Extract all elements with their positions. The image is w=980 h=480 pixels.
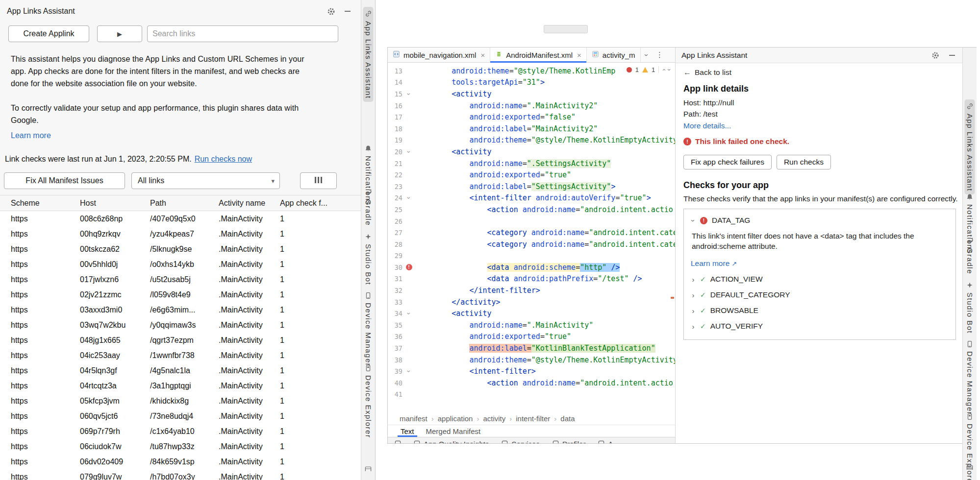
table-row[interactable]: https00tskcza62/5lknugk9se.MainActivity1 [0, 241, 361, 257]
table-row[interactable]: https04r5lqn3gf/4g5nalc1la.MainActivity1 [0, 363, 361, 378]
error-stripe-mark[interactable] [671, 297, 674, 299]
bottom-bar-item[interactable]: Services [502, 440, 540, 444]
column-settings-button[interactable] [300, 172, 337, 189]
table-row[interactable]: https00v5hhld0j/o0xhs14ykb.MainActivity1 [0, 257, 361, 272]
column-header[interactable]: Activity name [219, 199, 280, 208]
code-text[interactable]: android:label="SettingsActivity"> [416, 182, 615, 191]
code-text[interactable]: tools:targetApi="31"> [416, 78, 545, 87]
back-to-list-link[interactable]: ← Back to list [683, 68, 955, 77]
table-row[interactable]: https060qv5jct6/73ne8udqj4.MainActivity1 [0, 408, 361, 424]
code-text[interactable]: <activity [416, 90, 492, 98]
table-row[interactable]: https069p7r79rh/c1x64yab10.MainActivity1 [0, 424, 361, 439]
code-text[interactable]: <action android:name="android.intent.act… [416, 205, 673, 214]
table-row[interactable]: https079g9luv7w/h7bd07ox3y.MainActivity1 [0, 469, 361, 480]
tool-strip-item-studio-bot[interactable]: Studio Bot [363, 230, 374, 288]
tool-strip-item-gradle[interactable]: Gradle [363, 185, 374, 229]
table-row[interactable]: https05kfcp3jvm/khidckix8g.MainActivity1 [0, 393, 361, 408]
tool-strip-item-app-links-assistant[interactable]: App Links Assistant [363, 7, 374, 102]
breadcrumb-item-data[interactable]: data [560, 414, 575, 423]
gear-icon[interactable] [929, 49, 942, 62]
fold-icon[interactable]: › [405, 92, 413, 96]
run-checks-now-link[interactable]: Run checks now [195, 155, 252, 163]
breadcrumb-item-activity[interactable]: activity [483, 414, 505, 423]
partial-tool-icon[interactable] [364, 463, 373, 474]
table-row[interactable]: https04rtcqtz3a/3a1hgptqgi.MainActivity1 [0, 378, 361, 393]
bottom-bar-item[interactable]: A [598, 440, 613, 444]
code-text[interactable]: <intent-filter android:autoVerify="true"… [416, 193, 651, 202]
table-row[interactable]: https008c6z68np/407e09q5x0.MainActivity1 [0, 211, 361, 226]
gear-icon[interactable] [325, 5, 337, 18]
breadcrumb-item-application[interactable]: application [438, 414, 473, 423]
tool-strip-item-app-links-assistant[interactable]: App Links Assistant [965, 99, 975, 194]
code-text[interactable]: android:exported="true" [416, 332, 571, 341]
code-text[interactable]: android:label="MainActivity2" [416, 124, 598, 133]
column-header[interactable]: Scheme [11, 199, 80, 208]
create-applink-button[interactable]: Create Applink [8, 25, 89, 42]
tool-strip-item-device-manager[interactable]: Device Manager [965, 337, 975, 418]
editor-tab-1[interactable]: mobile_navigation.xml× [388, 48, 490, 62]
code-text[interactable]: android:theme="@style/Theme.KotlinEmp [416, 67, 615, 75]
bottom-bar-item[interactable]: App Quality Insights [414, 440, 489, 444]
tool-strip-item-studio-bot[interactable]: Studio Bot [965, 279, 975, 336]
bottom-tab-merged-manifest[interactable]: Merged Manifest [420, 425, 487, 437]
fold-icon[interactable]: › [405, 196, 413, 200]
fold-icon[interactable]: › [405, 150, 413, 154]
table-row[interactable]: https00hq9zrkqv/yzu4kpeas7.MainActivity1 [0, 226, 361, 241]
code-text[interactable]: <category android:name="android.intent.c… [416, 228, 675, 237]
table-row[interactable]: https02jv21zzmc/l059v8t4e9.MainActivity1 [0, 287, 361, 302]
learn-more-link[interactable]: Learn more [11, 131, 51, 140]
code-text[interactable]: </intent-filter> [416, 286, 540, 295]
tool-strip-item-device-explorer[interactable]: Device Explorer [363, 361, 374, 441]
error-gutter-icon[interactable]: ! [406, 264, 412, 270]
column-header[interactable]: App check f... [280, 199, 361, 208]
table-row[interactable]: https06ciudok7w/tu87hwp33z.MainActivity1 [0, 439, 361, 454]
check-row-data-tag[interactable]: › ! DATA_TAG [691, 216, 949, 225]
minimize-icon[interactable] [341, 5, 354, 18]
bottom-bar-item[interactable]: Profiler [553, 440, 586, 444]
code-text[interactable]: <action android:name="android.intent.act… [416, 379, 673, 387]
fix-all-manifest-issues-button[interactable]: Fix All Manifest Issues [4, 172, 125, 189]
search-links-input[interactable] [147, 25, 338, 42]
code-text[interactable]: android:exported="false" [416, 113, 576, 121]
tool-strip-item-device-manager[interactable]: Device Manager [363, 289, 374, 369]
bottom-tab-text[interactable]: Text [395, 425, 420, 437]
code-text[interactable]: android:theme="@style/Theme.KotlinEmptyA… [416, 136, 675, 144]
table-row[interactable]: https017jwlxzn6/u5t2usab5j.MainActivity1 [0, 272, 361, 287]
next-issue-chevron-icon[interactable]: › [668, 66, 670, 73]
fold-icon[interactable]: › [405, 312, 413, 315]
code-text[interactable]: <intent-filter> [416, 367, 536, 376]
table-row[interactable]: https06dv02o409/84k659v1sp.MainActivity1 [0, 454, 361, 469]
previous-issue-chevron-icon[interactable]: › [662, 66, 664, 73]
tool-strip-item-gradle[interactable]: Gradle [965, 234, 975, 277]
editor-tab-3[interactable]: activity_m [587, 48, 641, 62]
code-text[interactable]: android:name=".SettingsActivity" [416, 159, 611, 168]
table-row[interactable]: https048jg1x665/qgrt37ezpm.MainActivity1 [0, 333, 361, 348]
check-row-browsable[interactable]: ›✓BROWSABLE [691, 306, 949, 315]
minimize-icon[interactable] [946, 49, 958, 62]
table-row[interactable]: https04ic253aay/1wwnfbr738.MainActivity1 [0, 348, 361, 363]
fix-app-check-failures-button[interactable]: Fix app check failures [683, 155, 772, 169]
run-checks-button[interactable]: Run checks [777, 155, 831, 169]
column-header[interactable]: Path [150, 199, 219, 208]
code-text[interactable]: android:label="KotlinBlankTestApplicatio… [416, 344, 655, 353]
fold-icon[interactable]: › [405, 369, 413, 373]
code-text[interactable]: <category android:name="android.intent.c… [416, 240, 675, 249]
code-text[interactable]: <activity [416, 309, 492, 318]
code-text[interactable]: android:name=".MainActivity" [416, 321, 593, 330]
close-tab-icon[interactable]: × [577, 51, 581, 59]
check-row-default_category[interactable]: ›✓DEFAULT_CATEGORY [691, 290, 949, 299]
breadcrumb-item-intent-filter[interactable]: intent-filter [516, 414, 550, 423]
code-text[interactable]: android:name=".MainActivity2" [416, 101, 598, 110]
close-tab-icon[interactable]: × [480, 51, 485, 59]
more-details-link[interactable]: More details... [683, 121, 731, 130]
breadcrumb-item-manifest[interactable]: manifest [400, 414, 427, 423]
code-text[interactable]: android:theme="@style/Theme.KotlinEmptyA… [416, 356, 675, 364]
links-filter-dropdown[interactable]: All links ▾ [131, 172, 280, 189]
editor-tab-2[interactable]: AndroidManifest.xml× [490, 48, 587, 62]
check-row-action_view[interactable]: ›✓ACTION_VIEW [691, 275, 949, 284]
column-header[interactable]: Host [80, 199, 150, 208]
code-editor[interactable]: 13 android:theme="@style/Theme.KotlinEmp… [387, 63, 675, 412]
tool-window-icon[interactable] [395, 440, 401, 444]
code-text[interactable]: </activity> [416, 298, 501, 307]
learn-more-external-link[interactable]: Learn more↗ [691, 259, 737, 268]
